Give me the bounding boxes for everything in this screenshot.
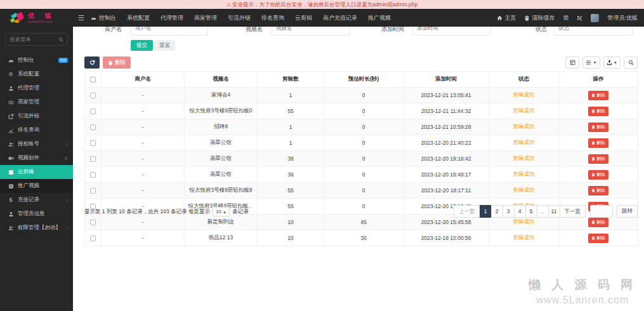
col-actions: 操作 [559,72,638,88]
cell-add-time: 2023-12-21 13:05:41 [404,88,489,103]
status-link[interactable]: 剪辑成功 [513,187,535,193]
logo[interactable]: 优 狐 yohoo123.com [0,9,73,27]
nav-item-system-config[interactable]: 系统配置 [127,14,150,22]
cell-clips: 1 [258,135,324,151]
page-button[interactable]: 1 [480,205,492,218]
row-delete-button[interactable]: 删除 [588,122,608,132]
nav-item-merchant-management[interactable]: 商家管理 [194,14,217,22]
status-input[interactable] [554,27,633,36]
merchant-name-input[interactable] [131,27,208,36]
watermark: 懒 人 源 码 网 www.5Lanren.com [529,277,636,306]
sidebar-item-video-creation[interactable]: 视频创作 ∨ [0,151,73,165]
menu-toggle-icon[interactable]: ☰ [78,14,84,22]
sidebar-item-recharge-records[interactable]: $ 充值记录 ‹ [0,193,73,207]
row-checkbox[interactable] [90,93,96,98]
row-checkbox[interactable] [90,140,96,146]
card-view-button[interactable] [565,56,579,69]
cell-add-time: 2023-12-21 11:44:32 [404,103,489,119]
status-link[interactable]: 剪辑成功 [513,155,535,161]
status-link[interactable]: 剪辑成功 [513,139,535,145]
nav-item-promo-video[interactable]: 推广视频 [368,14,391,22]
status-link[interactable]: 剪辑成功 [513,107,535,114]
fullscreen-button[interactable] [577,15,582,21]
nav-item-agent-management[interactable]: 代理管理 [161,14,183,22]
avatar[interactable] [591,14,599,22]
nav-item-recharge-records[interactable]: 商户充值记录 [323,14,357,22]
home-button[interactable]: 主页 [497,14,516,22]
nav-item-external-links[interactable]: 引流外链 [228,14,251,22]
export-button[interactable]: ▼ [603,56,621,69]
table-row: - 家博会4 1 0 2023-12-21 13:05:41 剪辑成功 删除 [85,88,638,103]
row-delete-button[interactable]: 删除 [588,234,608,243]
page-button[interactable]: 3 [503,205,515,218]
row-delete-button[interactable]: 删除 [588,107,608,116]
row-checkbox[interactable] [90,156,96,162]
admin-menu[interactable]: 管理员:优狐 [607,14,638,22]
language-button[interactable]: 简 [563,14,568,22]
sidebar-item-system-config[interactable]: ⚙ 系统配置 [0,67,73,81]
sidebar-item-ranking-query[interactable]: 排名查询 [0,123,73,137]
row-checkbox[interactable] [90,109,96,114]
page-size-select[interactable]: 10 ▲ [213,207,230,216]
users-icon [8,142,14,147]
sidebar-item-permission-management[interactable]: 权限管理【勿动】 ‹ [0,221,73,235]
row-delete-button[interactable]: 删除 [588,154,608,164]
status-link[interactable]: 剪辑成功 [513,123,535,129]
delete-selected-button[interactable]: 删除 [103,56,131,69]
page-button[interactable]: 11 [548,205,560,218]
next-page-button[interactable]: 下一页 [560,205,586,218]
sidebar-item-authorized-accounts[interactable]: 授权账号 ‹ [0,137,73,151]
status-link[interactable]: 剪辑成功 [513,171,535,177]
clear-cache-button[interactable]: 清除缓存 [524,14,555,22]
cell-merchant: - [102,230,185,246]
jump-page-input[interactable] [590,205,613,218]
nav-item-ranking-query[interactable]: 排名查询 [261,14,284,22]
row-checkbox[interactable] [90,188,96,194]
row-checkbox[interactable] [90,220,96,225]
page-button[interactable]: ... [537,205,549,218]
refresh-button[interactable] [84,56,100,69]
row-delete-button[interactable]: 删除 [588,170,608,180]
page-button[interactable]: 2 [491,205,503,218]
sidebar-item-merchant-management[interactable]: 商家管理 [0,95,73,109]
clips-table: 商户名 视频名 剪辑数 预估时长(秒) 添加时间 状态 操作 - 家博会4 1 … [84,71,638,246]
sidebar-item-agent-management[interactable]: 代理管理 [0,81,73,95]
sidebar-item-cloud-clip[interactable]: 云剪辑 [0,165,73,179]
row-checkbox[interactable] [90,172,96,178]
navbar-right: 主页 清除缓存 简 管理员:优狐 [497,14,644,22]
cell-duration: 0 [324,135,404,151]
jump-button[interactable]: 跳转 [617,205,638,218]
submit-button[interactable]: 提交 [131,40,153,51]
film-icon [8,169,14,175]
sidebar-item-console[interactable]: 控制台 hot [0,53,73,67]
add-time-input[interactable] [412,27,490,36]
nav-item-console[interactable]: 控制台 [91,14,116,22]
sidebar-item-promo-video[interactable]: 推广视频 [0,179,73,193]
row-delete-button[interactable]: 删除 [588,138,608,148]
search-toggle-button[interactable] [624,56,638,69]
row-delete-button[interactable]: 删除 [588,186,608,195]
reset-button[interactable]: 重置 [154,40,175,51]
sidebar-item-admin-info[interactable]: 管理员信息 [0,207,73,221]
cell-video: 恒大悦府3号楼9层铝扣板9 [185,183,258,199]
status-link[interactable]: 剪辑成功 [513,91,535,98]
video-name-input[interactable] [272,27,350,36]
row-checkbox[interactable] [90,124,96,130]
row-delete-button[interactable]: 删除 [588,91,608,100]
columns-button[interactable]: ▼ [582,56,600,69]
user-icon [8,211,14,217]
nav-item-cloud-clip[interactable]: 云剪辑 [295,14,312,22]
status-link[interactable]: 剪辑成功 [513,218,535,225]
select-all-checkbox[interactable] [90,77,96,83]
sidebar-item-external-links[interactable]: 引流外链 [0,109,73,123]
status-link[interactable]: 剪辑成功 [513,234,535,241]
sidebar-search-input[interactable] [10,36,58,43]
page-button[interactable]: 4 [514,205,526,218]
prev-page-button[interactable]: 上一页 [454,205,480,218]
page-button[interactable]: 5 [525,205,537,218]
row-checkbox[interactable] [90,235,96,241]
fox-logo-icon [9,11,25,25]
trash-icon [591,220,595,224]
cell-duration: 0 [324,151,404,167]
home-icon [497,15,503,21]
